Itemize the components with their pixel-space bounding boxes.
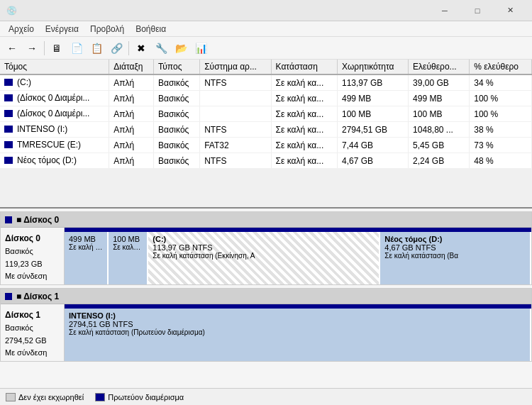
partition-2[interactable]: (C:)113,97 GB NTFSΣε καλή κατάσταση (Εκκ… bbox=[148, 232, 380, 284]
table-row[interactable]: TMRESCUE (E:)ΑπλήΒασικόςFAT32Σε καλή κα.… bbox=[0, 138, 532, 153]
cell-6: 5,45 GB bbox=[409, 138, 470, 153]
col-header-[interactable]: Ελεύθερο... bbox=[409, 60, 470, 74]
disk-connection: Με σύνδεση bbox=[5, 347, 60, 360]
maximize-button[interactable]: □ bbox=[461, 0, 494, 21]
partition-3[interactable]: Νέος τόμος (D:)4,67 GB NTFSΣε καλή κατάσ… bbox=[380, 232, 531, 284]
table-row[interactable]: Νέος τόμος (D:)ΑπλήΒασικόςNTFSΣε καλή κα… bbox=[0, 153, 532, 169]
cell-6: 499 MB bbox=[409, 91, 470, 106]
toolbar-btn-wrench[interactable]: 🔧 bbox=[152, 39, 170, 57]
toolbar-separator bbox=[44, 41, 45, 55]
volume-bar-icon bbox=[4, 94, 13, 101]
disk-header-disk1: ■ Δίσκος 1 bbox=[1, 289, 531, 304]
partition-0[interactable]: 499 MBΣε καλή κατάστ bbox=[65, 232, 109, 284]
disk-section: ■ Δίσκος 0Δίσκος 0Βασικός119,23 GBΜε σύν… bbox=[0, 209, 532, 388]
cell-5: 4,67 GB bbox=[337, 153, 408, 169]
partition-name: (C:) bbox=[153, 235, 375, 243]
volume-bar-icon bbox=[4, 126, 13, 133]
partitions-row: INTENSO (I:)2794,51 GB NTFSΣε καλή κατάσ… bbox=[65, 309, 531, 361]
disk-container-disk1: ■ Δίσκος 1Δίσκος 1Βασικός2794,52 GBΜε σύ… bbox=[0, 288, 532, 362]
partition-name: Νέος τόμος (D:) bbox=[384, 235, 526, 243]
toolbar-btn-doc1[interactable]: 📄 bbox=[67, 39, 86, 57]
cell-2: Βασικός bbox=[154, 153, 200, 169]
toolbar-btn-folder[interactable]: 📂 bbox=[172, 39, 190, 57]
volume-table-section: ΤόμοςΔιάταξηΤύποςΣύστημα αρ...ΚατάστασηΧ… bbox=[0, 60, 532, 209]
disk-size: 2794,52 GB bbox=[5, 335, 60, 348]
cell-4: Σε καλή κα... bbox=[271, 74, 337, 91]
partition-size: 113,97 GB NTFS bbox=[153, 243, 375, 252]
cell-1: Απλή bbox=[109, 153, 154, 169]
cell-7: 73 % bbox=[470, 138, 532, 153]
col-header-[interactable]: Κατάσταση bbox=[271, 60, 337, 74]
cell-4: Σε καλή κα... bbox=[271, 91, 337, 106]
close-button[interactable]: ✕ bbox=[494, 0, 526, 21]
toolbar-btn-doc2[interactable]: 📋 bbox=[87, 39, 106, 57]
minimize-button[interactable]: ─ bbox=[428, 0, 461, 21]
toolbar-btn-chart[interactable]: 📊 bbox=[192, 39, 210, 57]
partition-1[interactable]: 100 MBΣε καλή κα bbox=[109, 232, 148, 284]
legend-item-unallocated: Δεν έχει εκχωρηθεί bbox=[6, 393, 84, 401]
cell-1: Απλή bbox=[109, 91, 154, 106]
volume-table: ΤόμοςΔιάταξηΤύποςΣύστημα αρ...ΚατάστασηΧ… bbox=[0, 60, 532, 169]
col-header-[interactable]: Διάταξη bbox=[109, 60, 154, 74]
table-row[interactable]: INTENSO (I:)ΑπλήΒασικόςNTFSΣε καλή κα...… bbox=[0, 122, 532, 138]
disk-header-icon bbox=[5, 293, 12, 300]
col-header-[interactable]: Τύπος bbox=[154, 60, 200, 74]
cell-5: 7,44 GB bbox=[337, 138, 408, 153]
legend-box-unallocated bbox=[6, 393, 16, 401]
cell-1: Απλή bbox=[109, 106, 154, 122]
toolbar-btn-forward[interactable]: → bbox=[23, 39, 41, 57]
table-row[interactable]: (Δίσκος 0 Διαμέρι...ΑπλήΒασικόςΣε καλή κ… bbox=[0, 106, 532, 122]
menu-bar: ΑρχείοΕνέργειαΠροβολήΒοήθεια bbox=[0, 21, 532, 37]
partition-0[interactable]: INTENSO (I:)2794,51 GB NTFSΣε καλή κατάσ… bbox=[65, 309, 531, 361]
cell-6: 39,00 GB bbox=[409, 74, 470, 91]
menu-item-αρχείο[interactable]: Αρχείο bbox=[3, 23, 40, 35]
col-header-[interactable]: Τόμος bbox=[0, 60, 109, 74]
col-header-[interactable]: Σύστημα αρ... bbox=[200, 60, 271, 74]
toolbar-btn-disk-prop[interactable]: 🖥 bbox=[48, 39, 66, 57]
menu-item-βοήθεια[interactable]: Βοήθεια bbox=[130, 23, 172, 35]
cell-1: Απλή bbox=[109, 122, 154, 138]
partition-size: 4,67 GB NTFS bbox=[384, 243, 526, 252]
disk-header-icon bbox=[5, 216, 12, 223]
cell-4: Σε καλή κα... bbox=[271, 106, 337, 122]
cell-4: Σε καλή κα... bbox=[271, 122, 337, 138]
col-header-[interactable]: % ελεύθερο bbox=[470, 60, 532, 74]
cell-5: 113,97 GB bbox=[337, 74, 408, 91]
disk-body-disk1: Δίσκος 1Βασικός2794,52 GBΜε σύνδεσηINTEN… bbox=[1, 304, 531, 361]
table-body: (C:)ΑπλήΒασικόςNTFSΣε καλή κα...113,97 G… bbox=[0, 74, 532, 169]
cell-3: NTFS bbox=[200, 153, 271, 169]
menu-item-προβολή[interactable]: Προβολή bbox=[84, 23, 130, 35]
partition-name: INTENSO (I:) bbox=[69, 311, 526, 320]
disk-connection: Με σύνδεση bbox=[5, 270, 60, 283]
cell-2: Βασικός bbox=[154, 122, 200, 138]
partition-size: 2794,51 GB NTFS bbox=[69, 320, 526, 328]
toolbar-btn-back[interactable]: ← bbox=[3, 39, 21, 57]
window-controls: ─ □ ✕ bbox=[428, 0, 526, 21]
main-content: ΤόμοςΔιάταξηΤύποςΣύστημα αρ...ΚατάστασηΧ… bbox=[0, 60, 532, 388]
table-row[interactable]: (Δίσκος 0 Διαμέρι...ΑπλήΒασικόςΣε καλή κ… bbox=[0, 91, 532, 106]
partitions-row: 499 MBΣε καλή κατάστ100 MBΣε καλή κα(C:)… bbox=[65, 232, 531, 284]
cell-3: NTFS bbox=[200, 74, 271, 91]
disk-container-disk0: ■ Δίσκος 0Δίσκος 0Βασικός119,23 GBΜε σύν… bbox=[0, 211, 532, 285]
toolbar-btn-link[interactable]: 🔗 bbox=[107, 39, 126, 57]
partitions-area-disk0: 499 MBΣε καλή κατάστ100 MBΣε καλή κα(C:)… bbox=[65, 228, 531, 284]
cell-5: 2794,51 GB bbox=[337, 122, 408, 138]
disk-type: Βασικός bbox=[5, 322, 60, 335]
cell-0: (C:) bbox=[0, 74, 109, 91]
cell-3 bbox=[200, 91, 271, 106]
cell-3: FAT32 bbox=[200, 138, 271, 153]
legend-label: Πρωτεύον διαμέρισμα bbox=[108, 393, 184, 401]
cell-4: Σε καλή κα... bbox=[271, 138, 337, 153]
toolbar-btn-delete[interactable]: ✖ bbox=[132, 39, 150, 57]
cell-2: Βασικός bbox=[154, 106, 200, 122]
volume-bar-icon bbox=[4, 79, 13, 86]
col-header-[interactable]: Χωρητικότητα bbox=[337, 60, 408, 74]
cell-4: Σε καλή κα... bbox=[271, 153, 337, 169]
cell-3 bbox=[200, 106, 271, 122]
legend-box-primary bbox=[95, 393, 105, 401]
table-row[interactable]: (C:)ΑπλήΒασικόςNTFSΣε καλή κα...113,97 G… bbox=[0, 74, 532, 91]
cell-5: 100 MB bbox=[337, 106, 408, 122]
menu-item-ενέργεια[interactable]: Ενέργεια bbox=[40, 23, 84, 35]
cell-6: 1048,80 ... bbox=[409, 122, 470, 138]
toolbar-separator bbox=[128, 41, 129, 55]
